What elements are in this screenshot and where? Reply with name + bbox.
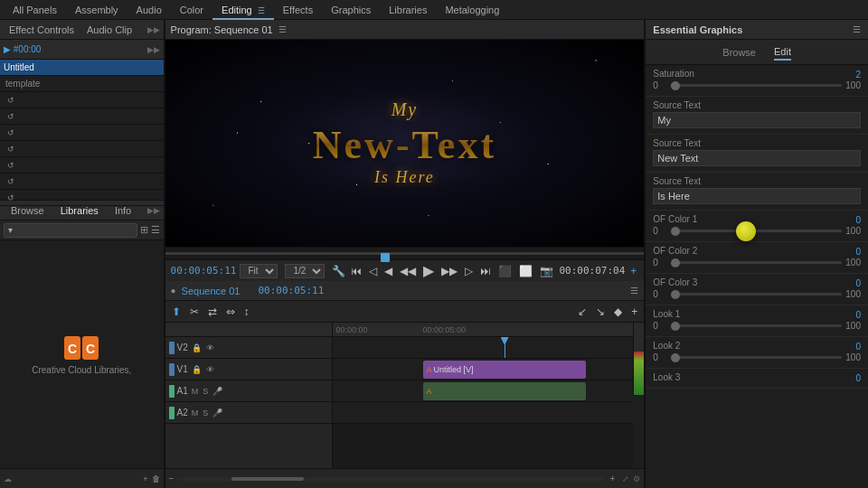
track-eye-v2[interactable]: 👁 [205, 343, 215, 352]
track-eye-v1[interactable]: 👁 [205, 365, 215, 374]
tl-rate-stretch[interactable]: ⇔ [223, 305, 238, 318]
nav-editing[interactable]: Editing ☰ [212, 0, 274, 20]
look-1-slider[interactable] [671, 324, 842, 327]
program-menu-icon[interactable]: ☰ [278, 24, 287, 34]
of-color-1-slider[interactable] [671, 230, 842, 232]
source-text-1-section: Source Text [646, 97, 868, 135]
tab-browse[interactable]: Browse [722, 45, 756, 60]
camera-btn[interactable]: 📷 [538, 266, 555, 277]
oc3-thumb[interactable] [671, 290, 680, 299]
scrubber-thumb[interactable] [381, 253, 390, 262]
track-solo-a2[interactable]: S [202, 408, 209, 418]
expand-icon[interactable]: ⤢ [622, 474, 629, 483]
libraries-expand-icon[interactable]: ▶▶ [147, 206, 160, 215]
tl-insert-btn[interactable]: ↙ [575, 305, 590, 318]
track-color-a2 [169, 407, 175, 419]
add-marker-btn[interactable]: + [628, 266, 638, 277]
top-nav: All Panels Assembly Audio Color Editing … [0, 0, 868, 20]
zoom-in-icon[interactable]: + [609, 474, 615, 483]
nav-libraries[interactable]: Libraries [380, 0, 436, 20]
nav-all-panels[interactable]: All Panels [4, 0, 66, 20]
panel-expand-icon[interactable]: ▶▶ [147, 25, 160, 34]
go-back-btn[interactable]: ◀ [382, 266, 394, 277]
look-2-slider[interactable] [671, 356, 842, 359]
l2-thumb[interactable] [671, 353, 680, 362]
track-lock-v2[interactable]: 🔒 [191, 343, 203, 352]
tab-edit[interactable]: Edit [774, 44, 791, 61]
ratio-dropdown[interactable]: 1/2 [285, 264, 325, 278]
lift-btn[interactable]: ⬛ [496, 266, 514, 277]
source-text-3-label: Source Text [653, 176, 861, 186]
tl-slip-tool[interactable]: ↕ [241, 305, 252, 318]
tl-add-marker-btn[interactable]: ◆ [611, 305, 625, 318]
nav-assembly[interactable]: Assembly [66, 0, 127, 20]
fast-forward-btn[interactable]: ▶▶ [439, 266, 459, 277]
wrench-icon[interactable]: 🔧 [332, 265, 345, 277]
grid-view-icon[interactable]: ⊞ [140, 224, 148, 236]
source-text-2-input[interactable] [653, 150, 861, 166]
tl-razor-tool[interactable]: ✂ [187, 305, 202, 318]
source-text-3-input[interactable] [653, 188, 861, 204]
nav-effects[interactable]: Effects [274, 0, 322, 20]
track-mute-a1[interactable]: M [191, 387, 200, 396]
oc1-thumb[interactable] [671, 227, 680, 236]
scrubber-bar[interactable] [165, 247, 645, 259]
go-to-end-btn[interactable]: ⏭ [478, 266, 493, 277]
play-btn[interactable]: ▶ [421, 264, 436, 278]
of-color-2-section: OF Color 2 0 0 100 [646, 242, 868, 274]
of-color-3-slider-row: 0 100 [653, 289, 861, 299]
of-color-2-slider[interactable] [671, 261, 842, 264]
sat-thumb[interactable] [671, 81, 680, 90]
tl-overwrite-btn[interactable]: ↘ [593, 305, 608, 318]
l1-thumb[interactable] [671, 322, 680, 331]
tl-select-tool[interactable]: ⬆ [169, 305, 184, 318]
list-view-icon[interactable]: ☰ [151, 224, 160, 236]
fit-dropdown[interactable]: Fit [240, 264, 278, 278]
rewind-btn[interactable]: ◀◀ [398, 266, 418, 277]
nav-color[interactable]: Color [171, 0, 212, 20]
tab-audio-clip[interactable]: Audio Clip [81, 20, 137, 40]
time-marker-0: 00:00:00 [336, 325, 368, 334]
look-1-label: Look 1 [653, 309, 680, 319]
clip-audio-a1[interactable]: A [423, 382, 586, 400]
track-record-a2[interactable]: 🎤 [212, 408, 223, 418]
clip-untitled-v[interactable]: A Untitled [V] [423, 361, 586, 379]
untitled-clip-bar[interactable]: Untitled [0, 60, 164, 76]
nav-metalogging[interactable]: Metalogging [436, 0, 508, 20]
extract-btn[interactable]: ⬜ [517, 266, 534, 277]
saturation-slider[interactable] [671, 84, 842, 87]
nav-audio[interactable]: Audio [127, 0, 171, 20]
add-icon[interactable]: + [143, 474, 147, 483]
track-mute-a2[interactable]: M [191, 408, 200, 418]
saturation-label: Saturation [653, 69, 694, 79]
timeline-timecode: 00:00:05:11 [258, 285, 324, 296]
filter-dropdown[interactable]: ▾ [4, 223, 137, 238]
of-color-3-slider[interactable] [671, 293, 842, 296]
go-to-start-btn[interactable]: ⏮ [349, 266, 363, 277]
timeline-tracks: V2 🔒 👁 V1 🔒 👁 A1 M [165, 323, 645, 468]
timeline-toolbar: ⬆ ✂ ⇄ ⇔ ↕ ↙ ↘ ◆ + [165, 301, 645, 323]
track-lock-v1[interactable]: 🔒 [191, 365, 203, 374]
settings-icon[interactable]: ⚙ [633, 474, 640, 483]
tl-plus-btn[interactable]: + [628, 305, 640, 318]
tl-scroll-thumb[interactable] [231, 477, 304, 481]
eg-menu-icon[interactable]: ☰ [853, 24, 861, 34]
step-back-btn[interactable]: ◁ [367, 266, 379, 277]
cloud-sync-icon[interactable]: ☁ [4, 474, 12, 483]
timeline-menu-icon[interactable]: ☰ [630, 286, 638, 296]
tl-ripple-tool[interactable]: ⇄ [205, 305, 220, 318]
rotate-icon-5: ↺ [7, 161, 14, 170]
step-fwd-btn[interactable]: ▷ [463, 266, 475, 277]
source-text-1-input[interactable] [653, 112, 861, 128]
track-record-a1[interactable]: 🎤 [212, 387, 223, 396]
program-title: Program: Sequence 01 [171, 24, 273, 35]
nav-graphics[interactable]: Graphics [322, 0, 380, 20]
trash-icon[interactable]: 🗑 [152, 474, 160, 483]
tab-effect-controls[interactable]: Effect Controls [4, 20, 80, 40]
zoom-out-icon[interactable]: − [169, 474, 175, 483]
track-color-a1 [169, 385, 175, 398]
source-expand-icon[interactable]: ▶▶ [147, 45, 160, 54]
oc2-thumb[interactable] [671, 258, 680, 267]
track-solo-a1[interactable]: S [202, 387, 209, 396]
source-text-2-label: Source Text [653, 138, 861, 148]
